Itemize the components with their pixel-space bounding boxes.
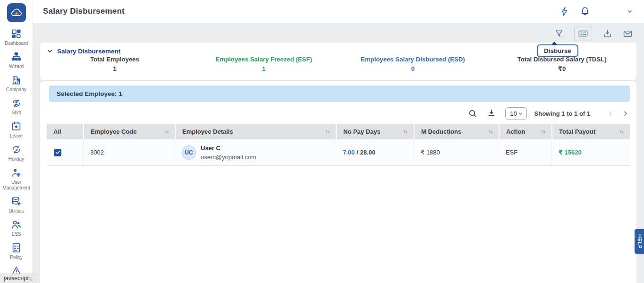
sort-icon (163, 129, 170, 135)
sidebar-item-shift[interactable]: Shift (0, 98, 33, 116)
email-button[interactable] (623, 29, 633, 39)
mail-icon (623, 29, 633, 39)
shift-icon (11, 98, 22, 109)
sort-icon (540, 129, 547, 135)
utilities-icon (11, 196, 22, 207)
sidebar-item-label: Wizard (9, 64, 24, 69)
sidebar-item-utilities[interactable]: Utilities (0, 196, 33, 214)
profile-menu-button[interactable] (626, 8, 634, 15)
column-header-total-payout[interactable]: Total Payout (551, 124, 630, 139)
next-page-button[interactable] (622, 110, 629, 117)
page-toolbar: $ (554, 26, 633, 41)
lightning-icon (559, 6, 570, 17)
employee-avatar: UC (182, 146, 196, 160)
sidebar-item-ess[interactable]: ESS (0, 219, 33, 237)
selected-employee-banner: Selected Employee: 1 (49, 86, 630, 102)
table-download-button[interactable] (487, 109, 496, 118)
no-pay-days-cell: 7.00 / 28.00 (336, 139, 414, 165)
chevron-right-icon (622, 110, 629, 117)
no-pay-days-value[interactable]: 7.00 (343, 149, 355, 156)
employee-code-cell: 3002 (83, 139, 175, 165)
stat-total-employees: Total Employees 1 (40, 56, 189, 72)
user-avatar[interactable] (600, 3, 616, 19)
sidebar-item-label: Leave (10, 133, 23, 139)
employee-name: User C (201, 145, 256, 152)
employee-details-cell: UC User C userc@yopmail.com (175, 139, 336, 165)
filter-icon (554, 29, 564, 38)
top-header: Salary Disbursement (33, 0, 644, 23)
sidebar-item-policy[interactable]: Policy (0, 242, 33, 260)
employee-grid: All Employee Code Employee Details No Pa… (47, 124, 630, 166)
grid-header-row: All Employee Code Employee Details No Pa… (47, 124, 630, 139)
grid-controls: 10 Showing 1 to 1 of 1 (468, 106, 629, 120)
stat-salary-freezed: Employees Salary Freezed (ESF) 1 (189, 56, 339, 72)
disburse-icon: $ (578, 28, 588, 39)
chevron-down-icon (46, 48, 53, 55)
cloud-chart-logo-icon (10, 7, 23, 19)
sidebar-item-label: Shift (11, 110, 21, 116)
sidebar-item-company[interactable]: Company (0, 75, 33, 93)
page-size-select[interactable]: 10 (505, 107, 527, 120)
sort-icon (619, 129, 625, 135)
app-logo[interactable] (7, 3, 26, 22)
quick-actions-button[interactable] (559, 6, 570, 17)
leave-icon (11, 121, 22, 132)
employee-email: userc@yopmail.com (201, 154, 256, 161)
showing-text: Showing 1 to 1 of 1 (534, 110, 590, 117)
stat-total-disbursed-salary: Total Disbursed Salary (TDSL) ₹0 (487, 56, 636, 72)
sidebar-item-label: Policy (10, 255, 23, 260)
sidebar-item-dashboard[interactable]: Dashboard (0, 28, 33, 46)
sidebar-item-user-management[interactable]: User Management (0, 167, 33, 191)
chevron-down-icon (518, 111, 523, 116)
m-deductions-cell: ₹ 1880 (414, 139, 499, 165)
sort-icon (324, 129, 331, 135)
help-tab[interactable]: HELP (635, 229, 644, 254)
bell-icon (580, 6, 590, 17)
notifications-button[interactable] (580, 6, 590, 17)
sidebar: Dashboard Wizard Company (0, 0, 33, 283)
row-select-cell (47, 139, 83, 165)
check-icon (55, 150, 60, 155)
summary-title: Salary Disbursement (57, 48, 120, 55)
column-header-no-pay-days[interactable]: No Pay Days (336, 124, 414, 139)
dashboard-icon (11, 28, 22, 39)
sidebar-item-wizard[interactable]: Wizard (0, 51, 33, 69)
sidebar-item-label: Holiday (8, 156, 24, 162)
sidebar-item-holiday[interactable]: Holiday (0, 144, 33, 162)
table-search-button[interactable] (468, 109, 478, 119)
stat-salary-disbursed: Employees Salary Disbursed (ESD) 0 (339, 56, 488, 72)
ess-icon (11, 219, 22, 230)
sidebar-item-leave[interactable]: Leave (0, 121, 33, 139)
download-tray-icon (602, 29, 612, 39)
chevron-left-icon (607, 110, 614, 117)
sidebar-item-label: Utilities (8, 208, 24, 214)
prev-page-button[interactable] (607, 110, 614, 117)
no-pay-days-total: / 28.00 (356, 149, 375, 156)
disburse-tooltip: Disburse (537, 44, 578, 57)
sort-icon (487, 129, 494, 135)
column-header-employee-code[interactable]: Employee Code (83, 124, 175, 139)
holiday-icon (11, 144, 22, 155)
column-header-action[interactable]: Action (499, 124, 551, 139)
header-actions (559, 0, 634, 23)
policy-icon (11, 242, 22, 253)
download-icon (487, 109, 496, 118)
disburse-button[interactable]: $ (574, 26, 592, 41)
total-payout-cell: ₹ 15620 (551, 139, 630, 165)
wizard-icon (11, 51, 22, 62)
user-management-icon (11, 167, 22, 178)
search-icon (468, 109, 478, 119)
sidebar-item-label: ESS (11, 232, 21, 237)
sidebar-item-label: User Management (0, 180, 33, 191)
filter-button[interactable] (554, 29, 564, 38)
summary-stats: Total Employees 1 Employees Salary Freez… (40, 56, 636, 72)
sidebar-item-label: Dashboard (5, 41, 28, 46)
export-button[interactable] (602, 29, 612, 39)
row-checkbox[interactable] (54, 149, 61, 156)
column-header-all: All (47, 124, 83, 139)
column-header-m-deductions[interactable]: M Deductions (414, 124, 499, 139)
column-header-employee-details[interactable]: Employee Details (175, 124, 336, 139)
browser-status-text: javascript:; (0, 274, 37, 283)
employee-table-card: Selected Employee: 1 10 Showing 1 to 1 o… (40, 81, 636, 283)
sidebar-item-label: Company (6, 87, 26, 93)
